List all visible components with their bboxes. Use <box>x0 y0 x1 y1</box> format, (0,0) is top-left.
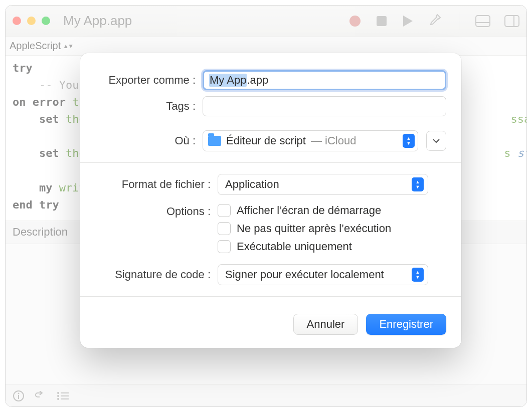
export-sheet: Exporter comme : My App.app Tags : Où : … <box>80 53 461 348</box>
save-button-label: Enregistrer <box>379 318 433 331</box>
tags-input[interactable] <box>203 96 446 116</box>
where-location-select[interactable]: Éditeur de script — iCloud ▲▼ <box>203 130 418 151</box>
file-format-value: Application <box>225 178 279 191</box>
cancel-button[interactable]: Annuler <box>293 314 359 335</box>
export-as-label: Exporter comme : <box>95 74 196 87</box>
file-format-label: Format de fichier : <box>95 178 211 191</box>
where-folder-name: Éditeur de script <box>226 134 306 147</box>
tags-label: Tags : <box>95 100 196 113</box>
option-show-startup[interactable]: Afficher l’écran de démarrage <box>218 204 391 217</box>
folder-icon <box>208 136 221 146</box>
option-label: Afficher l’écran de démarrage <box>237 204 381 217</box>
chevron-updown-icon: ▲▼ <box>412 268 424 282</box>
where-label: Où : <box>95 134 196 147</box>
filename-selected-text: My App <box>209 74 247 87</box>
filename-suffix: .app <box>247 74 268 87</box>
where-suffix: — iCloud <box>311 134 356 147</box>
option-run-only[interactable]: Exécutable uniquement <box>218 240 391 253</box>
cancel-button-label: Annuler <box>307 318 345 331</box>
option-label: Ne pas quitter après l’exécution <box>237 222 391 235</box>
expand-browser-button[interactable] <box>426 131 446 151</box>
export-filename-input[interactable]: My App.app <box>203 70 446 90</box>
checkbox[interactable] <box>218 222 231 235</box>
file-format-select[interactable]: Application ▲▼ <box>218 174 428 195</box>
codesign-label: Signature de code : <box>95 268 211 281</box>
codesign-select[interactable]: Signer pour exécuter localement ▲▼ <box>218 264 428 285</box>
chevron-updown-icon: ▲▼ <box>403 134 415 148</box>
option-stay-open[interactable]: Ne pas quitter après l’exécution <box>218 222 391 235</box>
checkbox[interactable] <box>218 204 231 217</box>
save-button[interactable]: Enregistrer <box>366 314 446 335</box>
options-label: Options : <box>95 204 211 218</box>
checkbox[interactable] <box>218 240 231 253</box>
codesign-value: Signer pour exécuter localement <box>225 268 384 281</box>
option-label: Exécutable uniquement <box>237 240 352 253</box>
chevron-updown-icon: ▲▼ <box>412 177 424 191</box>
